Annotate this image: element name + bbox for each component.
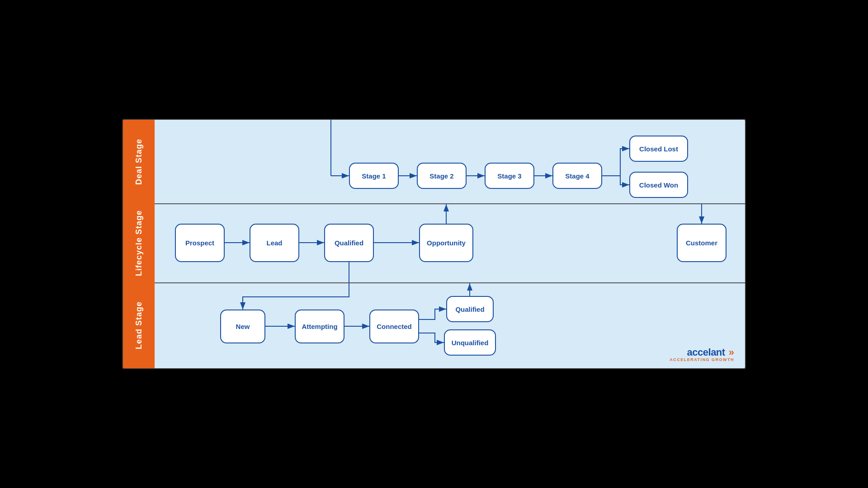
closed-lost-box: Closed Lost	[629, 136, 688, 162]
unqualified-label: Unqualified	[452, 339, 489, 347]
lead-qualified-label: Qualified	[455, 305, 484, 313]
unqualified-box: Unqualified	[444, 329, 496, 356]
attempting-label: Attempting	[302, 323, 337, 330]
lifecycle-stage-row: Lifecycle Stage	[123, 203, 745, 282]
opportunity-box: Opportunity	[419, 224, 473, 262]
connected-label: Connected	[377, 323, 412, 330]
deal-stage-content: Stage 1 Stage 2 Stage 3 Stage 4 Closed W…	[155, 120, 745, 203]
lifecycle-stage-content: Prospect Lead Qualified Opportunity Cust…	[155, 203, 745, 282]
lead-stage-row: Lead Stage	[123, 282, 745, 368]
qualified-box: Qualified	[324, 224, 374, 262]
stage4-label: Stage 4	[565, 172, 589, 180]
lead-label: Lead	[266, 239, 282, 247]
stage4-box: Stage 4	[552, 163, 602, 189]
stage1-box: Stage 1	[349, 163, 399, 189]
stage2-label: Stage 2	[429, 172, 453, 180]
lead-box: Lead	[250, 224, 299, 262]
closed-won-label: Closed Won	[639, 181, 678, 189]
connected-box: Connected	[369, 310, 419, 343]
new-box: New	[220, 310, 265, 343]
closed-lost-label: Closed Lost	[639, 145, 678, 153]
new-label: New	[236, 323, 250, 330]
closed-won-box: Closed Won	[629, 172, 688, 198]
lead-stage-content: New Attempting Connected Qualified Unqua…	[155, 282, 745, 368]
deal-stage-row: Deal Stage	[123, 120, 745, 203]
stage2-box: Stage 2	[417, 163, 467, 189]
stage3-box: Stage 3	[485, 163, 534, 189]
lead-stage-label: Lead Stage	[123, 282, 155, 368]
lead-qualified-box: Qualified	[446, 296, 494, 322]
opportunity-label: Opportunity	[427, 239, 466, 247]
diagram-wrapper: Deal Stage	[122, 119, 746, 369]
stage1-label: Stage 1	[362, 172, 386, 180]
deal-stage-label: Deal Stage	[123, 120, 155, 203]
brand-tagline: ACCELERATING GROWTH	[670, 357, 734, 362]
attempting-box: Attempting	[295, 310, 344, 343]
brand-name: accelant	[687, 347, 725, 358]
customer-box: Customer	[677, 224, 726, 262]
qualified-label: Qualified	[335, 239, 363, 247]
prospect-box: Prospect	[175, 224, 225, 262]
customer-label: Customer	[686, 239, 717, 247]
prospect-label: Prospect	[185, 239, 214, 247]
brand-chevrons: »	[726, 347, 734, 358]
lifecycle-stage-label: Lifecycle Stage	[123, 203, 155, 282]
brand-logo: accelant » ACCELERATING GROWTH	[670, 347, 734, 362]
stage3-label: Stage 3	[497, 172, 521, 180]
